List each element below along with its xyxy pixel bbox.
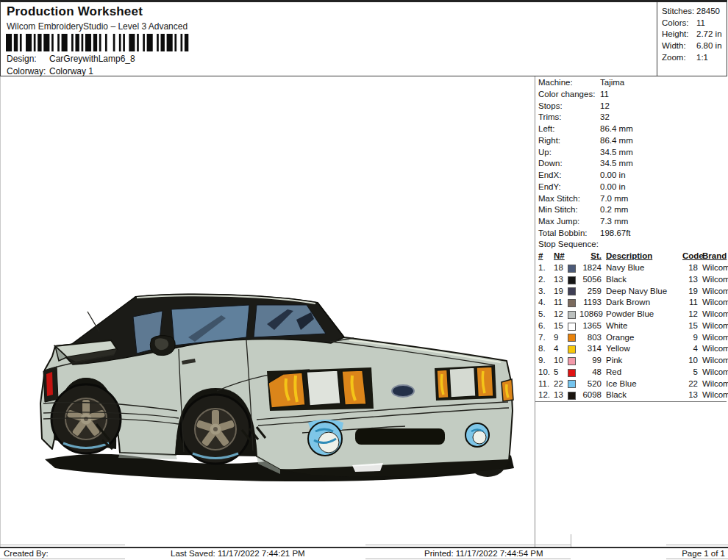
machine-row: Trims:32 xyxy=(538,112,727,123)
thread-swatch xyxy=(568,380,576,388)
machine-info: Machine:Tajima Color changes:11 Stops:12… xyxy=(538,77,727,240)
stop-row: 11.22520Ice Blue22Wilcom xyxy=(538,378,727,390)
thread-swatch xyxy=(568,323,576,331)
stop-row: 4.111193Dark Brown11Wilcom xyxy=(538,297,727,309)
stat-stitches: Stitches:28450 xyxy=(662,6,728,18)
machine-row: Total Bobbin:198.67ft xyxy=(538,228,727,240)
footer-grey-rule xyxy=(365,559,571,559)
machine-row: Max Jump:7.3 mm xyxy=(538,216,727,228)
embroidered-car-design xyxy=(38,293,515,484)
stat-height: Height:2.72 in xyxy=(662,29,728,40)
stop-row: 5.1210869Powder Blue12Wilcom xyxy=(538,309,727,320)
thread-swatch xyxy=(568,265,576,273)
footer-grey-rule xyxy=(0,545,125,545)
machine-row: EndX:0.00 in xyxy=(538,170,727,182)
footer-grey-rule xyxy=(0,559,125,559)
thread-swatch xyxy=(568,311,576,319)
machine-row: Color changes:11 xyxy=(538,89,727,101)
thread-swatch xyxy=(568,276,576,284)
thread-swatch xyxy=(568,392,576,400)
stop-table-header: # N# St. Description Code Brand xyxy=(538,251,727,262)
thread-swatch xyxy=(568,369,576,377)
design-value: CarGreywithLamp6_8 xyxy=(49,54,135,64)
machine-row: Stops:12 xyxy=(538,101,727,112)
design-label: Design: xyxy=(7,54,49,64)
machine-row: Up:34.5 mm xyxy=(538,147,727,159)
footer-created-by: Created By: xyxy=(4,549,49,558)
ford-emblem xyxy=(392,385,414,397)
page-title: Production Worksheet xyxy=(7,4,143,19)
footer-grey-rule xyxy=(666,559,728,559)
stop-sequence-table: # N# St. Description Code Brand 1.181824… xyxy=(538,251,727,401)
footer-grey-rule xyxy=(365,545,571,545)
machine-row: Min Stitch:0.2 mm xyxy=(538,204,727,216)
thread-swatch xyxy=(568,357,576,365)
taillight xyxy=(43,367,58,402)
thread-swatch xyxy=(568,345,576,353)
machine-row: Machine:Tajima xyxy=(538,77,727,89)
stats-box: Stitches:28450 Colors:11 Height:2.72 in … xyxy=(657,2,728,76)
footer-rule xyxy=(0,547,728,548)
footer-printed: Printed: 11/17/2022 7:44:54 PM xyxy=(424,549,543,558)
footer-grey-rule xyxy=(666,545,728,545)
thread-swatch xyxy=(568,287,576,295)
software-subtitle: Wilcom EmbroideryStudio – Level 3 Advanc… xyxy=(7,21,188,32)
stat-colors: Colors:11 xyxy=(662,18,728,29)
colorway-label: Colorway: xyxy=(7,66,49,76)
production-worksheet-page: Production Worksheet Wilcom EmbroiderySt… xyxy=(0,0,728,560)
grille-opening xyxy=(355,428,445,445)
footer-page-number: Page 1 of 1 xyxy=(682,549,725,558)
thread-swatch xyxy=(568,299,576,307)
stop-row: 3.19259Deep Navy Blue19Wilcom xyxy=(538,286,727,298)
front-wheel xyxy=(181,395,250,464)
stop-row: 9.1099Pink10Wilcom xyxy=(538,355,727,367)
machine-row: EndY:0.00 in xyxy=(538,182,727,193)
fog-lamp-left xyxy=(308,420,343,456)
stop-row: 7.9803Orange9Wilcom xyxy=(538,332,727,344)
machine-row: Down:34.5 mm xyxy=(538,158,727,170)
mirror-highlight xyxy=(155,338,169,350)
fog-lamp-right xyxy=(465,423,489,447)
design-preview-area xyxy=(0,76,535,547)
stop-sequence-heading: Stop Sequence: xyxy=(538,240,599,248)
machine-row: Right:86.4 mm xyxy=(538,135,727,147)
colorway-row: Colorway: Colorway 1 xyxy=(7,66,93,76)
stat-zoom: Zoom:1:1 xyxy=(662,52,728,64)
machine-row: Left:86.4 mm xyxy=(538,123,727,135)
design-row: Design: CarGreywithLamp6_8 xyxy=(7,54,135,64)
barcode-icon xyxy=(6,34,190,51)
stop-table-bottom-rule xyxy=(535,401,727,402)
stop-row: 2.135056Black13Wilcom xyxy=(538,274,727,286)
thread-swatch xyxy=(568,334,576,342)
stop-row: 12.136098Black13Wilcom xyxy=(538,390,727,401)
stop-row: 10.548Red5Wilcom xyxy=(538,367,727,378)
footer-tick xyxy=(571,534,571,547)
stop-row: 6.151365White15Wilcom xyxy=(538,320,727,332)
machine-row: Max Stitch:7.0 mm xyxy=(538,193,727,205)
footer-last-saved: Last Saved: 11/17/2022 7:44:21 PM xyxy=(171,549,305,558)
stop-row: 8.4314Yellow4Wilcom xyxy=(538,343,727,355)
header: Production Worksheet Wilcom EmbroiderySt… xyxy=(0,0,727,76)
stat-width: Width:6.80 in xyxy=(662,40,728,52)
stop-row: 1.181824Navy Blue18Wilcom xyxy=(538,262,727,274)
colorway-value: Colorway 1 xyxy=(49,66,93,76)
panel-divider xyxy=(535,76,535,547)
